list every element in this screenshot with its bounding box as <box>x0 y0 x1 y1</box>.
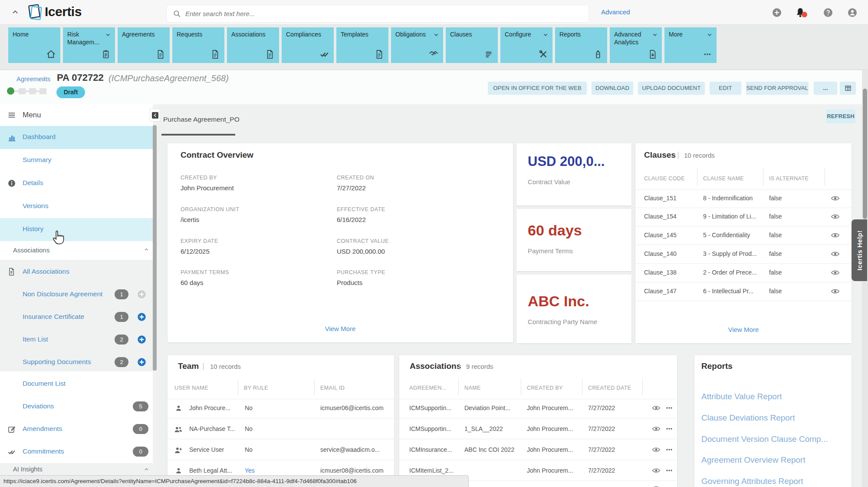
column-header[interactable]: NAME <box>464 385 481 391</box>
nav-tile-risk-management[interactable]: Risk Managem... <box>63 27 115 63</box>
sidebar-item-item-list[interactable]: Item List 2 <box>0 328 153 351</box>
advanced-search-link[interactable]: Advanced <box>601 8 630 16</box>
nav-tile-obligations[interactable]: Obligations <box>391 27 443 63</box>
collapse-sidebar-button[interactable] <box>150 109 160 122</box>
view-more-link[interactable]: View More <box>635 326 852 333</box>
nav-tile-agreements[interactable]: Agreements <box>118 27 170 63</box>
eye-icon[interactable] <box>652 424 661 433</box>
tools-icon <box>539 50 548 59</box>
eye-icon[interactable] <box>652 445 661 454</box>
column-header[interactable]: AGREEMEN... <box>409 385 447 391</box>
global-search[interactable] <box>166 5 589 23</box>
eye-icon[interactable] <box>652 466 661 475</box>
upload-document-button[interactable]: UPLOAD DOCUMENT <box>638 82 705 95</box>
nav-tile-associations[interactable]: Associations <box>227 27 279 63</box>
chevron-up-icon <box>143 466 150 473</box>
home-icon <box>46 49 56 59</box>
column-header[interactable]: CREATED BY <box>527 385 563 391</box>
search-input[interactable] <box>185 10 567 17</box>
open-in-office-button[interactable]: OPEN IN OFFICE FOR THE WEB <box>488 82 587 95</box>
eye-icon[interactable] <box>652 484 661 487</box>
eye-icon[interactable] <box>831 287 840 296</box>
row-menu-icon[interactable] <box>665 445 674 454</box>
help-tab[interactable]: Icertis Help! <box>852 219 867 281</box>
nav-tile-requests[interactable]: Requests <box>172 27 224 63</box>
eye-icon[interactable] <box>831 268 840 277</box>
nav-tile-home[interactable]: Home <box>8 27 60 63</box>
sidebar-item-history[interactable]: History <box>0 218 153 241</box>
breadcrumb-agreements-link[interactable]: Agreements <box>16 76 50 83</box>
eye-icon[interactable] <box>831 212 840 221</box>
row-menu-icon[interactable] <box>665 404 674 412</box>
sidebar-item-non-disclosure-agreement[interactable]: Non Disclosure Agreement 1 <box>0 283 153 306</box>
sidebar-item-details[interactable]: Details <box>0 172 153 195</box>
row-menu-icon[interactable] <box>665 424 674 433</box>
add-icon[interactable] <box>772 7 782 18</box>
column-header[interactable]: EMAIL ID <box>320 385 345 391</box>
eye-icon[interactable] <box>831 231 840 240</box>
help-icon[interactable] <box>823 7 833 18</box>
collapse-header-icon[interactable] <box>10 7 20 17</box>
sidebar-section-associations[interactable]: Associations <box>0 241 153 260</box>
refresh-button[interactable]: REFRESH <box>826 109 855 123</box>
nav-tile-templates[interactable]: Templates <box>336 27 388 63</box>
grid-view-button[interactable] <box>840 82 856 95</box>
eye-icon[interactable] <box>831 194 840 203</box>
sidebar-item-dashboard[interactable]: Dashboard <box>0 126 153 149</box>
report-link[interactable]: Governing Attributes Report <box>701 477 803 486</box>
sidebar-item-amendments[interactable]: Amendments 0 <box>0 418 153 441</box>
column-header[interactable]: IS ALTERNATE <box>769 176 809 182</box>
nav-tile-reports[interactable]: Reports <box>555 27 607 63</box>
column-header[interactable]: CREATED DATE <box>588 385 631 391</box>
nav-tile-compliances[interactable]: Compliances <box>282 27 334 63</box>
add-association-icon[interactable] <box>137 312 146 321</box>
chevron-up-icon <box>143 246 150 253</box>
report-link[interactable]: Document Version Clause Comp... <box>701 434 828 444</box>
download-button[interactable]: DOWNLOAD <box>592 82 633 95</box>
sidebar-item-summary[interactable]: Summary <box>0 149 153 172</box>
field-label: EFFECTIVE DATE <box>337 206 385 212</box>
status-bar-url: https://iciace9.icertis.com/Agreement/De… <box>0 475 469 487</box>
view-more-link[interactable]: View More <box>168 325 513 332</box>
add-association-icon[interactable] <box>137 290 146 299</box>
sidebar-item-all-associations[interactable]: All Associations <box>0 261 153 284</box>
menu-icon[interactable] <box>7 110 16 120</box>
sidebar-item-versions[interactable]: Versions <box>0 195 153 218</box>
sidebar-item-supporting-documents[interactable]: Supporting Documents 2 <box>0 351 153 374</box>
column-header[interactable]: USER NAME <box>174 385 208 391</box>
nav-tile-advanced-analytics[interactable]: Advanced Analytics <box>610 27 662 63</box>
page-scrollbar-thumb[interactable] <box>863 89 867 219</box>
report-link[interactable]: Agreement Overview Report <box>701 455 806 465</box>
eye-icon[interactable] <box>831 249 840 258</box>
sidebar-item-document-list[interactable]: Document List <box>0 373 153 396</box>
progress-step <box>19 88 26 94</box>
icertis-logo-icon[interactable] <box>26 3 43 21</box>
add-association-icon[interactable] <box>137 358 146 367</box>
nav-tile-clauses[interactable]: Clauses <box>446 27 498 63</box>
eye-icon[interactable] <box>652 404 661 412</box>
sidebar-item-insurance-certificate[interactable]: Insurance Certificate 1 <box>0 306 153 329</box>
count-badge: 0 <box>133 447 148 457</box>
card-title: Contract Overview <box>181 150 253 160</box>
card-title: Reports <box>701 361 733 371</box>
column-header[interactable]: CLAUSE NAME <box>703 176 744 182</box>
add-association-icon[interactable] <box>137 335 146 344</box>
tab-purchase-agreement-po[interactable]: Purchase Agreement_PO <box>163 116 240 123</box>
send-for-approval-button[interactable]: SEND FOR APPROVAL <box>746 82 809 95</box>
sidebar-scrollbar-thumb[interactable] <box>153 125 157 371</box>
column-header[interactable]: BY RULE <box>244 385 268 391</box>
more-actions-button[interactable]: ... <box>814 82 837 95</box>
kpi-value: ABC Inc. <box>528 293 589 310</box>
active-tab-indicator <box>161 134 235 136</box>
row-menu-icon[interactable] <box>665 466 674 475</box>
report-link[interactable]: Attribute Value Report <box>701 392 782 401</box>
edit-button[interactable]: EDIT <box>710 82 741 95</box>
column-header[interactable]: CLAUSE CODE <box>644 176 685 182</box>
profile-icon[interactable] <box>847 7 858 18</box>
nav-tile-configure[interactable]: Configure <box>500 27 552 63</box>
reports-card: Reports Attribute Value Report Clause De… <box>694 355 852 487</box>
nav-tile-more[interactable]: More <box>664 27 717 63</box>
report-link[interactable]: Clause Deviations Report <box>701 413 795 423</box>
sidebar-item-commitments[interactable]: Commitments 0 <box>0 441 153 464</box>
sidebar-item-deviations[interactable]: Deviations 5 <box>0 395 153 418</box>
